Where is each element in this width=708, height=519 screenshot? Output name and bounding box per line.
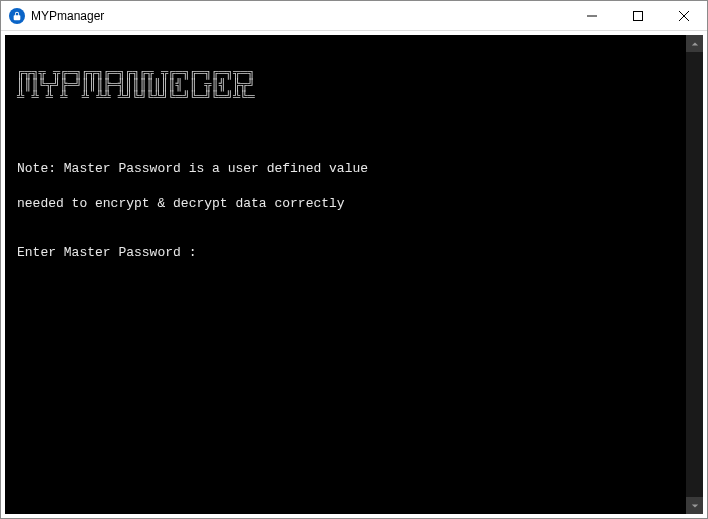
window-title: MYPmanager <box>31 9 104 23</box>
window-controls <box>569 1 707 30</box>
chevron-up-icon <box>691 40 699 48</box>
close-icon <box>679 11 689 21</box>
password-prompt[interactable]: Enter Master Password : <box>17 244 691 262</box>
console-output: ╔╦╗╦ ╦╔═╗╔╦╗╔═╗╔╗╔╦ ╦╔═╗╔═╗╔═╗╦═╗ ║║║╚╦╝… <box>5 35 703 311</box>
titlebar-left: MYPmanager <box>1 8 569 24</box>
scroll-track[interactable] <box>686 52 703 497</box>
minimize-icon <box>587 11 597 21</box>
note-line-2: needed to encrypt & decrypt data correct… <box>17 195 691 213</box>
app-window: MYPmanager ╔╦╗╦ ╦╔═╗╔╦╗╔═╗╔╗╔╦ ╦╔═╗╔═╗╔═… <box>0 0 708 519</box>
scroll-up-button[interactable] <box>686 35 703 52</box>
console-area: ╔╦╗╦ ╦╔═╗╔╦╗╔═╗╔╗╔╦ ╦╔═╗╔═╗╔═╗╦═╗ ║║║╚╦╝… <box>5 35 703 514</box>
minimize-button[interactable] <box>569 1 615 30</box>
chevron-down-icon <box>691 502 699 510</box>
maximize-button[interactable] <box>615 1 661 30</box>
ascii-logo: ╔╦╗╦ ╦╔═╗╔╦╗╔═╗╔╗╔╦ ╦╔═╗╔═╗╔═╗╦═╗ ║║║╚╦╝… <box>17 67 691 103</box>
scroll-down-button[interactable] <box>686 497 703 514</box>
titlebar[interactable]: MYPmanager <box>1 1 707 31</box>
close-button[interactable] <box>661 1 707 30</box>
lock-icon <box>9 8 25 24</box>
maximize-icon <box>633 11 643 21</box>
note-line-1: Note: Master Password is a user defined … <box>17 160 691 178</box>
svg-rect-1 <box>634 11 643 20</box>
vertical-scrollbar[interactable] <box>686 35 703 514</box>
